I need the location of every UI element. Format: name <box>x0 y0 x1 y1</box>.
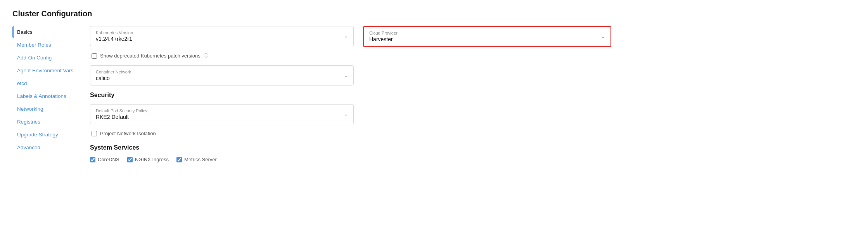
metrics-server-label: Metrics Server <box>184 157 217 162</box>
project-network-isolation-label: Project Network Isolation <box>100 131 156 136</box>
show-deprecated-checkbox[interactable] <box>92 53 97 59</box>
kubernetes-version-label: Kubernetes Version <box>96 30 348 35</box>
sidebar-item-etcd[interactable]: etcd <box>12 77 84 89</box>
service-checkboxes: CoreDNS NGINX Ingress Metrics Server <box>90 157 354 162</box>
pod-security-policy-group: Default Pod Security Policy RKE2 Default… <box>90 104 354 124</box>
nginx-ingress-checkbox[interactable] <box>127 157 133 162</box>
right-column: Cloud Provider Harvester ⌄ <box>363 26 611 162</box>
cloud-provider-dropdown[interactable]: Cloud Provider Harvester ⌄ <box>363 26 611 47</box>
container-network-chevron-icon: ⌄ <box>344 73 348 78</box>
sidebar-item-labels-annotations[interactable]: Labels & Annotations <box>12 90 84 102</box>
sidebar-item-networking[interactable]: Networking <box>12 103 84 115</box>
sidebar-item-member-roles[interactable]: Member Roles <box>12 39 84 51</box>
sidebar: Basics Member Roles Add-On Config Agent … <box>12 26 90 162</box>
metrics-server-service: Metrics Server <box>176 157 217 162</box>
project-network-isolation-checkbox[interactable] <box>92 131 97 136</box>
system-services-section: System Services CoreDNS NGINX Ingress <box>90 144 354 162</box>
kubernetes-version-group: Kubernetes Version v1.24.4+rke2r1 ⌄ <box>90 26 354 46</box>
sidebar-item-add-on-config[interactable]: Add-On Config <box>12 52 84 64</box>
coredns-service: CoreDNS <box>90 157 119 162</box>
show-deprecated-row: Show deprecated Kubernetes patch version… <box>92 52 354 59</box>
metrics-server-checkbox[interactable] <box>176 157 182 162</box>
coredns-label: CoreDNS <box>98 157 119 162</box>
kubernetes-version-value: v1.24.4+rke2r1 <box>96 36 348 42</box>
cloud-provider-value: Harvester <box>369 36 605 42</box>
coredns-checkbox[interactable] <box>90 157 95 162</box>
kubernetes-version-chevron-icon: ⌄ <box>344 33 348 39</box>
sidebar-item-registries[interactable]: Registries <box>12 116 84 128</box>
nginx-ingress-service: NGINX Ingress <box>127 157 169 162</box>
security-heading: Security <box>90 92 354 99</box>
nginx-ingress-label: NGINX Ingress <box>135 157 169 162</box>
container-network-group: Container Network calico ⌄ <box>90 65 354 85</box>
pod-security-policy-dropdown[interactable]: Default Pod Security Policy RKE2 Default… <box>90 104 354 124</box>
cloud-provider-chevron-icon: ⌄ <box>601 34 605 39</box>
sidebar-item-advanced[interactable]: Advanced <box>12 141 84 153</box>
sidebar-item-upgrade-strategy[interactable]: Upgrade Strategy <box>12 129 84 141</box>
pod-security-policy-label: Default Pod Security Policy <box>96 108 348 113</box>
layout: Basics Member Roles Add-On Config Agent … <box>12 26 856 162</box>
project-network-isolation-row: Project Network Isolation <box>92 131 354 136</box>
pod-security-policy-value: RKE2 Default <box>96 114 348 120</box>
kubernetes-version-dropdown[interactable]: Kubernetes Version v1.24.4+rke2r1 ⌄ <box>90 26 354 46</box>
cloud-provider-group: Cloud Provider Harvester ⌄ <box>363 26 611 47</box>
page-container: Cluster Configuration Basics Member Role… <box>0 0 868 172</box>
cloud-provider-label: Cloud Provider <box>369 31 605 35</box>
container-network-value: calico <box>96 75 348 81</box>
system-services-heading: System Services <box>90 144 354 151</box>
left-column: Kubernetes Version v1.24.4+rke2r1 ⌄ Show… <box>90 26 354 162</box>
main-content: Kubernetes Version v1.24.4+rke2r1 ⌄ Show… <box>90 26 856 162</box>
info-icon: ⓘ <box>204 52 208 59</box>
security-section: Security Default Pod Security Policy RKE… <box>90 92 354 136</box>
sidebar-item-basics[interactable]: Basics <box>12 26 84 38</box>
container-network-dropdown[interactable]: Container Network calico ⌄ <box>90 65 354 85</box>
container-network-label: Container Network <box>96 70 348 74</box>
show-deprecated-label: Show deprecated Kubernetes patch version… <box>100 53 201 59</box>
sidebar-item-agent-env-vars[interactable]: Agent Environment Vars <box>12 64 84 77</box>
page-title: Cluster Configuration <box>12 9 856 18</box>
pod-security-policy-chevron-icon: ⌄ <box>344 112 348 117</box>
